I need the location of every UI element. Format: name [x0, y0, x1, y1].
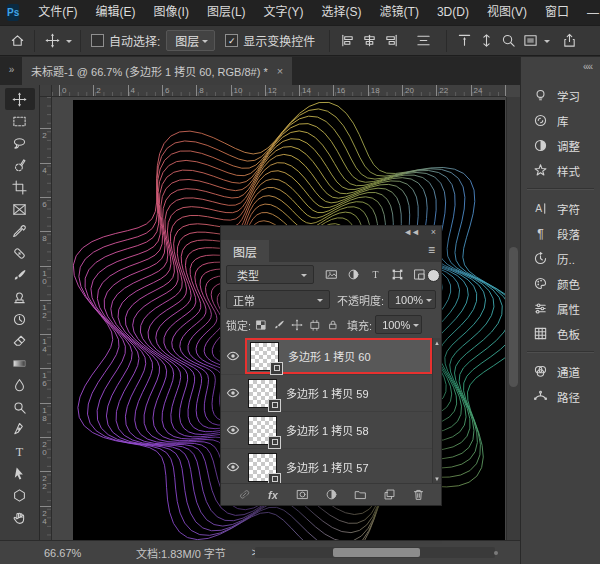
dock-item-paths[interactable]: 路径 — [521, 384, 600, 409]
dock-item-properties[interactable]: 属性 — [521, 296, 600, 321]
layer-name[interactable]: 多边形 1 拷贝 59 — [286, 385, 369, 401]
layer-thumbnail[interactable] — [248, 453, 277, 482]
menu-item-8[interactable]: 视图(V) — [478, 0, 536, 25]
type-tool[interactable]: T — [5, 440, 35, 462]
layers-tab[interactable]: 图层 — [221, 240, 269, 262]
dock-item-character[interactable]: A字符 — [521, 196, 600, 221]
collapse-panel-icon[interactable]: ◄◄ — [403, 227, 419, 237]
adjustment-layer-filter-icon[interactable] — [344, 266, 363, 284]
layer-row-1[interactable]: 多边形 1 拷贝 59 — [221, 375, 441, 412]
layer-name[interactable]: 多边形 1 拷贝 58 — [286, 422, 369, 438]
horizontal-scrollbar-thumb[interactable] — [333, 548, 420, 557]
show-transform-checkbox[interactable]: ✓ — [225, 34, 238, 47]
eye-icon[interactable] — [221, 423, 245, 437]
share-icon[interactable] — [558, 30, 580, 52]
eye-icon[interactable] — [221, 349, 245, 363]
path-select-tool[interactable] — [5, 462, 35, 484]
layer-thumbnail[interactable] — [248, 416, 277, 445]
dodge-tool[interactable] — [5, 396, 35, 418]
link-layers-icon[interactable] — [236, 487, 252, 503]
menu-item-3[interactable]: 图层(L) — [198, 0, 255, 25]
eraser-tool[interactable] — [5, 330, 35, 352]
layer-row-content[interactable]: 多边形 1 拷贝 58 — [245, 412, 432, 448]
new-group-icon[interactable] — [352, 487, 368, 503]
menu-item-9[interactable]: 窗口 — [536, 0, 578, 25]
healing-brush-tool[interactable] — [5, 242, 35, 264]
dock-item-history[interactable]: 历.. — [521, 246, 600, 271]
hand-tool[interactable] — [5, 506, 35, 528]
quick-select-tool[interactable] — [5, 154, 35, 176]
delete-layer-icon[interactable] — [410, 487, 426, 503]
layer-name[interactable]: 多边形 1 拷贝 60 — [288, 348, 371, 364]
lock-image-pixels-icon[interactable] — [271, 317, 287, 333]
vertical-scrollbar-thumb[interactable] — [509, 247, 518, 387]
search-icon[interactable] — [497, 30, 519, 52]
crop-tool[interactable] — [5, 176, 35, 198]
layer-row-content[interactable]: 多边形 1 拷贝 57 — [245, 449, 432, 484]
collapse-dock-icon[interactable]: «« — [583, 61, 592, 72]
layers-scrollbar[interactable]: ▲ ▼ — [432, 338, 441, 484]
blur-tool[interactable] — [5, 374, 35, 396]
zoom-level-field[interactable]: 66.67% — [44, 547, 96, 559]
menu-item-0[interactable]: 文件(F) — [29, 0, 86, 25]
home-icon[interactable] — [6, 30, 28, 52]
dock-item-color[interactable]: 颜色 — [521, 271, 600, 296]
scroll-down-icon[interactable]: ▼ — [433, 476, 441, 482]
eye-icon[interactable] — [221, 386, 245, 400]
pixel-layer-filter-icon[interactable] — [322, 266, 341, 284]
brush-tool[interactable] — [5, 264, 35, 286]
filter-toggle[interactable] — [427, 269, 440, 282]
layer-row-content[interactable]: 多边形 1 拷贝 60 — [245, 338, 432, 374]
lock-transparent-pixels-icon[interactable] — [253, 317, 269, 333]
eyedropper-tool[interactable] — [5, 220, 35, 242]
horizontal-scrollbar[interactable] — [255, 547, 495, 558]
new-layer-icon[interactable] — [381, 487, 397, 503]
layer-thumbnail[interactable] — [248, 379, 277, 408]
menu-item-4[interactable]: 文字(Y) — [255, 0, 313, 25]
dock-item-adjustments[interactable]: 调整 — [521, 133, 600, 158]
add-layer-mask-icon[interactable] — [294, 487, 310, 503]
history-brush-tool[interactable] — [5, 308, 35, 330]
vertical-scrollbar[interactable] — [506, 97, 520, 540]
layer-name[interactable]: 多边形 1 拷贝 57 — [286, 459, 369, 475]
pen-tool[interactable] — [5, 418, 35, 440]
dock-item-channels[interactable]: 通道 — [521, 359, 600, 384]
eye-icon[interactable] — [221, 460, 245, 474]
new-adjustment-layer-icon[interactable] — [323, 487, 339, 503]
layer-row-0[interactable]: 多边形 1 拷贝 60 — [221, 338, 441, 375]
move-tool[interactable] — [5, 88, 35, 110]
filter-type-dropdown[interactable]: 类型 — [226, 265, 314, 284]
ruler-horizontal[interactable]: 02468101214161820222426 — [52, 85, 506, 97]
auto-select-checkbox[interactable] — [91, 34, 104, 47]
menu-item-6[interactable]: 滤镜(T) — [371, 0, 428, 25]
fill-dropdown[interactable]: 100% — [375, 315, 422, 334]
rect-marquee-tool[interactable] — [5, 110, 35, 132]
layer-thumbnail[interactable] — [250, 342, 279, 371]
blend-mode-dropdown[interactable]: 正常 — [226, 290, 330, 309]
layer-row-2[interactable]: 多边形 1 拷贝 58 — [221, 412, 441, 449]
minimize-button[interactable]: — — [578, 2, 600, 24]
dock-item-swatches[interactable]: 色板 — [521, 321, 600, 346]
layer-row-content[interactable]: 多边形 1 拷贝 59 — [245, 375, 432, 411]
layer-effects-icon[interactable]: fx — [265, 487, 281, 503]
dock-item-styles[interactable]: 样式 — [521, 158, 600, 183]
document-tab[interactable]: 未标题-1 @ 66.7% (多边形 1 拷贝 60, RGB/8#) * × — [22, 57, 292, 85]
chevron-down-icon[interactable] — [66, 40, 72, 46]
gradient-tool[interactable] — [5, 352, 35, 374]
expand-panels-icon[interactable]: » — [0, 57, 22, 85]
menu-item-1[interactable]: 编辑(E) — [87, 0, 145, 25]
lasso-tool[interactable] — [5, 132, 35, 154]
align-top-edges-icon[interactable] — [453, 30, 475, 52]
ruler-vertical[interactable]: 24681012141618202224 — [40, 97, 52, 540]
distribute-icon[interactable] — [412, 30, 434, 52]
scroll-up-icon[interactable]: ▲ — [433, 340, 441, 346]
panel-menu-icon[interactable]: ≡ — [428, 243, 435, 257]
menu-item-5[interactable]: 选择(S) — [313, 0, 371, 25]
dock-item-paragraph[interactable]: ¶段落 — [521, 221, 600, 246]
align-right-icon[interactable] — [380, 30, 402, 52]
shape-tool[interactable] — [5, 484, 35, 506]
layer-row-3[interactable]: 多边形 1 拷贝 57 — [221, 449, 441, 484]
close-panel-icon[interactable]: × — [431, 227, 435, 237]
clone-stamp-tool[interactable] — [5, 286, 35, 308]
lock-position-icon[interactable] — [289, 317, 305, 333]
